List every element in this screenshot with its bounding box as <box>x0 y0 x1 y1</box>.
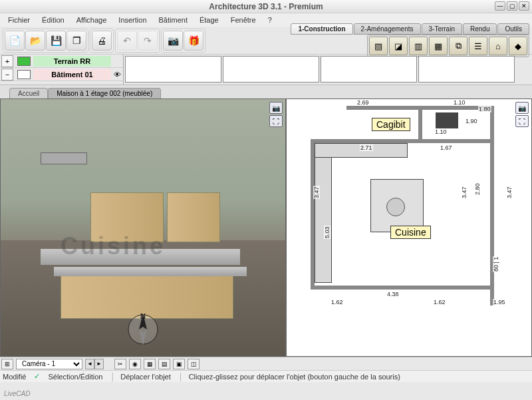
nav-next[interactable]: ► <box>94 359 104 369</box>
redo-button[interactable]: ↷ <box>138 31 158 51</box>
menu-fichier[interactable]: Fichier <box>3 15 35 25</box>
window-controls: — ▢ ✕ <box>495 1 529 11</box>
layer-name: Terrain RR <box>33 56 111 67</box>
branding-watermark: LiveCAD <box>1 390 33 399</box>
layers-panel: + Terrain RR − Bâtiment 01 👁 <box>0 55 124 85</box>
tab-maison[interactable]: Maison à 1 étage 002 (meublée) <box>48 88 161 99</box>
camera-icon[interactable]: 📷 <box>269 102 283 114</box>
layer-expand-icon[interactable]: + <box>1 55 13 67</box>
layer-tool[interactable]: ▣ <box>173 359 185 369</box>
save-button[interactable]: 💾 <box>46 31 66 51</box>
status-hint: Cliquez-glissez pour déplacer l'objet (b… <box>179 373 400 381</box>
menu-batiment[interactable]: Bâtiment <box>154 15 193 25</box>
layers-row: + Terrain RR − Bâtiment 01 👁 <box>0 55 532 85</box>
room-label-cuisine: Cuisine <box>390 226 431 239</box>
new-button[interactable]: 📄 <box>5 31 25 51</box>
2d-plan-viewport[interactable]: 📷 ⛶ Cagibit Cuisine 2.691.101.801.901.10… <box>286 99 532 357</box>
undo-button[interactable]: ↶ <box>117 31 137 51</box>
open-button[interactable]: 📂 <box>25 31 45 51</box>
extra-tool[interactable]: ◆ <box>509 37 527 55</box>
cut-tool[interactable]: ✂ <box>114 359 126 369</box>
tab-construction[interactable]: 1-Construction <box>291 23 352 35</box>
copy-button[interactable]: ❐ <box>66 31 86 51</box>
grid-toggle[interactable]: ⊞ <box>1 359 13 369</box>
compass-icon[interactable]: N <box>124 311 162 348</box>
dimension-label: 2.80 <box>474 182 481 196</box>
tab-accueil[interactable]: Accueil <box>9 88 48 99</box>
minimize-button[interactable]: — <box>495 1 505 11</box>
snap-tool[interactable]: ◉ <box>129 359 141 369</box>
door-tool[interactable]: ▦ <box>429 37 448 55</box>
layer-terrain[interactable]: + Terrain RR <box>0 55 123 68</box>
align-tool[interactable]: ▤ <box>158 359 170 369</box>
railing-tool[interactable]: ⧉ <box>449 37 467 55</box>
gift-button[interactable]: 🎁 <box>184 31 203 51</box>
dimension-label: 2.69 <box>356 99 370 106</box>
layer-name: Bâtiment 01 <box>33 69 111 80</box>
mode-tabs: 1-Construction 2-Aménagements 3-Terrain … <box>291 23 529 35</box>
main-toolbar: 📄 📂 💾 ❐ 🖨 ↶ ↷ 📷 🎁 1-Construction 2-Aména… <box>0 27 532 55</box>
layer-swatch-batiment <box>17 70 31 79</box>
menu-edition[interactable]: Édition <box>37 15 70 25</box>
document-tabs: Accueil Maison à 1 étage 002 (meublée) <box>0 85 532 99</box>
wall-tool[interactable]: ▨ <box>369 37 388 55</box>
thumbnail[interactable] <box>418 56 515 83</box>
maximize-button[interactable]: ▢ <box>507 1 517 11</box>
photo-button[interactable]: 📷 <box>163 31 183 51</box>
measure-tool[interactable]: ◫ <box>188 359 200 369</box>
stairs-tool[interactable]: ☰ <box>469 37 487 55</box>
camera-icon[interactable]: 📷 <box>515 102 529 114</box>
nav-buttons: ◄ ► <box>85 359 104 369</box>
fullscreen-icon[interactable]: ⛶ <box>515 115 529 127</box>
layer-collapse-icon[interactable]: − <box>1 69 13 81</box>
fullscreen-icon[interactable]: ⛶ <box>269 115 283 127</box>
thumbnail[interactable] <box>223 56 319 83</box>
menu-fenetre[interactable]: Fenêtre <box>225 15 261 25</box>
print-button[interactable]: 🖨 <box>92 31 112 51</box>
dimension-label: 1.62 <box>433 299 446 305</box>
close-button[interactable]: ✕ <box>519 1 529 11</box>
tab-amenagements[interactable]: 2-Aménagements <box>354 23 421 35</box>
print-tool-group: 🖨 <box>90 29 114 53</box>
status-selection: Sélection/Édition <box>48 373 102 381</box>
tab-outils[interactable]: Outils <box>497 23 529 35</box>
viewport-area: Cuisine N 📷 ⛶ 📷 ⛶ Cagibit Cuisine 2.691 <box>0 99 532 357</box>
upper-cabinet <box>167 192 220 242</box>
tab-rendu[interactable]: Rendu <box>463 23 497 35</box>
menu-etage[interactable]: Étage <box>194 15 224 25</box>
dimension-label: 3.47 <box>461 186 467 199</box>
3d-viewport[interactable]: Cuisine N 📷 ⛶ <box>0 99 286 357</box>
camera-select[interactable]: Caméra - 1 <box>16 359 82 369</box>
grid-tool[interactable]: ▦ <box>144 359 156 369</box>
view-controls: 📷 ⛶ <box>269 102 283 127</box>
layer-swatch-terrain <box>17 57 31 66</box>
file-tool-group: 📄 📂 💾 ❐ <box>3 29 88 53</box>
dimension-label: 1.10 <box>453 99 466 106</box>
history-tool-group: ↶ ↷ <box>115 29 160 53</box>
dimension-label: 4.38 <box>386 291 400 298</box>
nav-prev[interactable]: ◄ <box>85 359 94 369</box>
dimension-label: 2.71 <box>360 144 373 151</box>
dimension-label: 1.90 <box>465 118 478 124</box>
titlebar: Architecture 3D 3.1 - Premium — ▢ ✕ <box>0 0 532 13</box>
layer-batiment[interactable]: − Bâtiment 01 👁 <box>0 68 123 81</box>
tab-terrain[interactable]: 3-Terrain <box>422 23 462 35</box>
menu-affichage[interactable]: Affichage <box>71 15 112 25</box>
dimension-label: 3.47 <box>313 186 320 199</box>
app-title: Architecture 3D 3.1 - Premium <box>209 2 323 11</box>
misc-tool-group: 📷 🎁 <box>161 29 205 53</box>
roof-tool[interactable]: ⌂ <box>489 37 507 55</box>
room-label-cagibit: Cagibit <box>372 118 410 131</box>
menu-insertion[interactable]: Insertion <box>113 15 152 25</box>
room-tool[interactable]: ◪ <box>389 37 408 55</box>
window-tool[interactable]: ▥ <box>409 37 428 55</box>
menu-help[interactable]: ? <box>263 15 277 25</box>
thumbnail[interactable] <box>321 56 417 83</box>
visibility-icon[interactable]: 👁 <box>111 71 123 79</box>
view-controls: 📷 ⛶ <box>515 102 529 127</box>
thumbnail[interactable] <box>125 56 221 83</box>
dimension-label: 5.03 <box>324 226 331 239</box>
cooktop-icon <box>386 198 405 216</box>
wall <box>311 286 494 290</box>
thumbnail-strip <box>124 55 532 85</box>
